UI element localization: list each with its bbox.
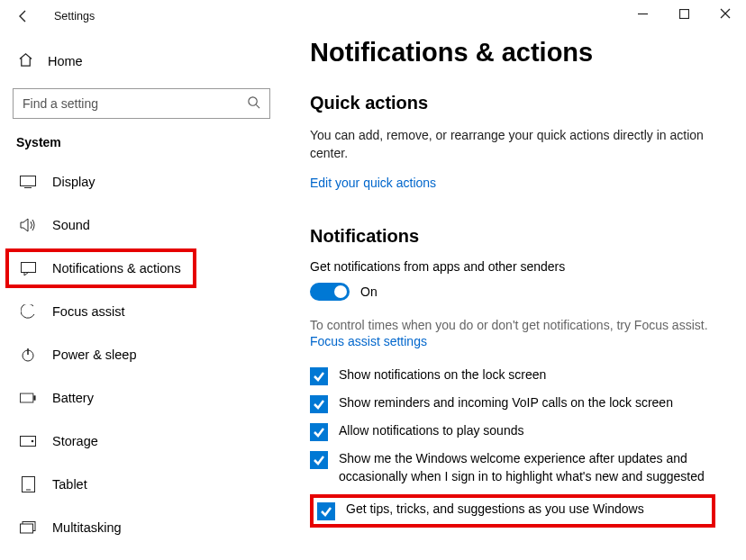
notifications-heading: Notifications — [310, 226, 715, 247]
sidebar-item-label: Multitasking — [52, 520, 122, 535]
svg-rect-18 — [21, 524, 33, 533]
checkbox-icon — [310, 367, 328, 385]
svg-line-5 — [256, 104, 259, 108]
sidebar-item-display[interactable]: Display — [13, 162, 274, 202]
edit-quick-actions-link[interactable]: Edit your quick actions — [310, 176, 715, 190]
sidebar-item-label: Tablet — [52, 477, 87, 492]
sidebar-item-notifications[interactable]: Notifications & actions — [5, 248, 196, 288]
checkbox-welcome-experience[interactable]: Show me the Windows welcome experience a… — [310, 450, 706, 485]
svg-point-4 — [249, 97, 257, 105]
checkbox-tips-tricks[interactable]: Get tips, tricks, and suggestions as you… — [310, 494, 715, 528]
checkbox-label: Show reminders and incoming VoIP calls o… — [339, 394, 673, 412]
checkbox-label: Allow notifications to play sounds — [339, 422, 523, 440]
sidebar-group-label: System — [16, 135, 274, 149]
checkbox-icon — [310, 423, 328, 441]
checkbox-icon — [310, 395, 328, 413]
tablet-icon — [20, 476, 36, 492]
content-pane: Notifications & actions Quick actions Yo… — [287, 32, 746, 560]
checkbox-icon — [310, 451, 328, 469]
minimize-button[interactable] — [622, 0, 663, 27]
checkbox-reminders-voip[interactable]: Show reminders and incoming VoIP calls o… — [310, 394, 706, 413]
focus-assist-settings-link[interactable]: Focus assist settings — [310, 334, 715, 348]
search-input[interactable]: Find a setting — [13, 88, 270, 119]
checkbox-label: Show notifications on the lock screen — [339, 366, 546, 384]
svg-rect-8 — [21, 262, 35, 272]
quick-actions-body: You can add, remove, or rearrange your q… — [310, 126, 715, 163]
search-placeholder: Find a setting — [23, 96, 98, 111]
svg-rect-1 — [679, 9, 688, 18]
sidebar-item-label: Notifications & actions — [52, 261, 181, 275]
close-button[interactable] — [705, 0, 746, 27]
checkbox-lock-screen-notifications[interactable]: Show notifications on the lock screen — [310, 366, 706, 385]
power-icon — [20, 348, 36, 362]
quick-actions-heading: Quick actions — [310, 93, 715, 113]
sidebar-item-battery[interactable]: Battery — [13, 378, 274, 418]
checkbox-label: Get tips, tricks, and suggestions as you… — [346, 501, 644, 516]
focus-assist-hint: To control times when you do or don't ge… — [310, 317, 715, 335]
storage-icon — [20, 436, 36, 447]
sidebar-item-sound[interactable]: Sound — [13, 205, 274, 245]
svg-point-14 — [32, 440, 34, 443]
sidebar-home-label: Home — [48, 54, 83, 68]
sidebar-item-label: Storage — [52, 434, 98, 448]
notifications-toggle[interactable] — [310, 283, 350, 301]
sidebar-item-power-sleep[interactable]: Power & sleep — [13, 335, 274, 375]
checkbox-icon — [317, 502, 335, 520]
sidebar-item-label: Sound — [52, 218, 90, 232]
maximize-button[interactable] — [663, 0, 705, 27]
svg-rect-6 — [21, 176, 36, 186]
sidebar-item-multitasking[interactable]: Multitasking — [13, 508, 274, 547]
notifications-sub: Get notifications from apps and other se… — [310, 259, 715, 274]
window-controls — [622, 0, 746, 27]
page-title: Notifications & actions — [310, 38, 715, 68]
svg-rect-11 — [20, 393, 32, 402]
home-icon — [18, 52, 33, 70]
battery-icon — [20, 393, 36, 403]
window-title: Settings — [54, 10, 95, 23]
focus-assist-icon — [20, 304, 36, 320]
multitasking-icon — [20, 521, 36, 535]
display-icon — [20, 176, 36, 188]
search-icon — [247, 95, 260, 112]
sound-icon — [20, 218, 36, 232]
checkbox-label: Show me the Windows welcome experience a… — [339, 450, 706, 485]
sidebar-item-tablet[interactable]: Tablet — [13, 465, 274, 504]
sidebar-item-storage[interactable]: Storage — [13, 421, 274, 461]
sidebar: Home Find a setting System Display Sound… — [0, 32, 287, 560]
svg-rect-12 — [33, 395, 35, 400]
toggle-state-label: On — [360, 285, 378, 299]
sidebar-item-label: Display — [52, 175, 96, 189]
sidebar-item-label: Power & sleep — [52, 348, 137, 362]
sidebar-item-label: Battery — [52, 391, 94, 405]
sidebar-item-label: Focus assist — [52, 304, 125, 319]
sidebar-home[interactable]: Home — [13, 43, 274, 79]
checkbox-play-sounds[interactable]: Allow notifications to play sounds — [310, 422, 706, 441]
notifications-icon — [20, 262, 36, 275]
back-button[interactable] — [16, 9, 34, 23]
sidebar-item-focus-assist[interactable]: Focus assist — [13, 292, 274, 331]
